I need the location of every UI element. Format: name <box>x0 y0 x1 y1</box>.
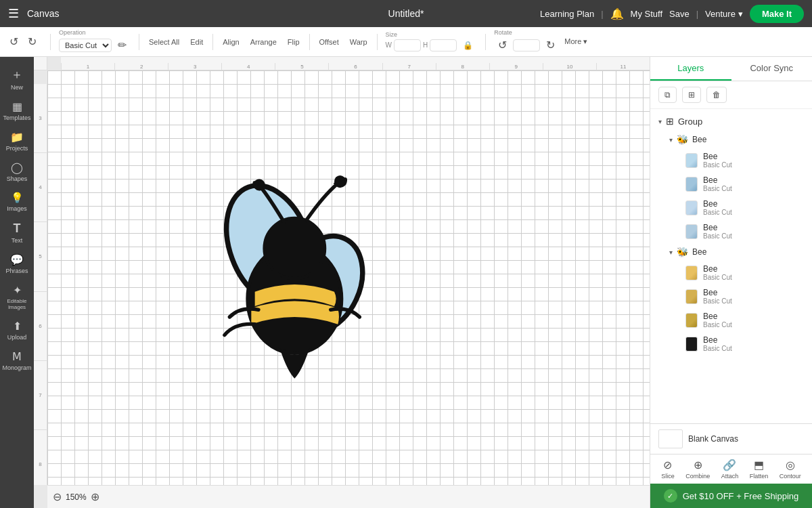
layers-tree: ▾ ⊞ Group ▾ 🐝 Bee Bee <box>650 109 812 423</box>
arrange-button[interactable]: Arrange <box>246 35 281 49</box>
lock-ratio-button[interactable]: 🔒 <box>459 38 477 53</box>
layer-item-7[interactable]: Bee Basic Cut <box>661 308 812 332</box>
rotate-input[interactable] <box>513 39 540 51</box>
redo-button[interactable]: ↻ <box>24 33 41 51</box>
tab-color-sync[interactable]: Color Sync <box>731 57 813 81</box>
offset-button[interactable]: Offset <box>315 35 343 49</box>
templates-icon: ▦ <box>12 100 22 113</box>
layer-type-7: Basic Cut <box>703 321 732 329</box>
combine-icon: ⊕ <box>694 459 702 471</box>
toolbar-divider-6 <box>485 34 486 50</box>
operation-select[interactable]: Basic Cut <box>59 39 112 52</box>
flip-button[interactable]: Flip <box>284 35 304 49</box>
layer-subgroup-1: ▾ 🐝 Bee Bee Basic Cut <box>650 131 812 243</box>
panel-actions: ⧉ ⊞ 🗑 <box>650 81 812 109</box>
images-icon: 💡 <box>11 192 24 204</box>
toolbar-divider-4 <box>309 34 310 50</box>
layer-color-thumb-3 <box>685 200 698 215</box>
align-button[interactable]: Align <box>219 35 243 49</box>
upload-icon: ⬆ <box>13 320 22 333</box>
contour-button[interactable]: ◎ Contour <box>780 459 801 480</box>
layer-group-header[interactable]: ▾ ⊞ Group <box>650 112 812 131</box>
layer-info-7: Bee Basic Cut <box>703 312 732 329</box>
text-icon: T <box>14 221 21 236</box>
layer-type-6: Basic Cut <box>703 297 732 305</box>
layer-name-4: Bee <box>703 223 732 232</box>
layer-name-8: Bee <box>703 335 732 345</box>
sidebar-item-images[interactable]: 💡 Images <box>0 188 34 216</box>
blank-canvas-row[interactable]: Blank Canvas <box>650 423 812 454</box>
sidebar-item-upload[interactable]: ⬆ Upload <box>0 316 34 345</box>
layer-item-2[interactable]: Bee Basic Cut <box>661 172 812 196</box>
editable-images-icon: ✦ <box>13 284 22 297</box>
promo-text: Get $10 OFF + Free Shipping <box>683 491 799 501</box>
combine-button[interactable]: ⊕ Combine <box>685 459 710 480</box>
grid-canvas[interactable] <box>47 70 650 485</box>
warp-button[interactable]: Warp <box>346 35 371 49</box>
ruler-tick-7: 7 <box>382 63 436 70</box>
width-input[interactable] <box>394 39 421 51</box>
more-button[interactable]: More ▾ <box>564 37 587 46</box>
tab-layers[interactable]: Layers <box>650 57 731 81</box>
rotate-ccw-button[interactable]: ↺ <box>494 36 511 54</box>
zoom-out-button[interactable]: ⊖ <box>53 490 62 503</box>
sidebar-item-shapes[interactable]: ◯ Shapes <box>0 157 34 186</box>
layer-item-5[interactable]: Bee Basic Cut <box>661 261 812 284</box>
sidebar-item-new-label: New <box>11 84 23 91</box>
sidebar-item-templates[interactable]: ▦ Templates <box>0 96 34 125</box>
sidebar-item-projects[interactable]: 📁 Projects <box>0 127 34 156</box>
promo-bar[interactable]: ✓ Get $10 OFF + Free Shipping <box>650 484 812 508</box>
projects-icon: 📁 <box>10 131 24 144</box>
sidebar-item-monogram[interactable]: Ⅿ Monogram <box>0 346 34 375</box>
layer-name-6: Bee <box>703 288 732 297</box>
venture-selector[interactable]: Venture ▾ <box>705 9 743 19</box>
menu-icon[interactable]: ☰ <box>8 6 19 21</box>
attach-button[interactable]: 🔗 Attach <box>721 459 739 480</box>
sidebar-item-new[interactable]: ＋ New <box>0 62 34 95</box>
rotate-cw-button[interactable]: ↻ <box>542 36 559 54</box>
panel-action-arrange[interactable]: ⊞ <box>682 87 701 103</box>
make-it-button[interactable]: Make It <box>750 5 804 23</box>
slice-button[interactable]: ⊘ Slice <box>661 459 675 480</box>
my-stuff-label[interactable]: My Stuff <box>631 9 662 19</box>
promo-badge-icon: ✓ <box>664 489 677 503</box>
shapes-icon: ◯ <box>11 161 23 174</box>
layer-subgroup-2-header[interactable]: ▾ 🐝 Bee <box>661 243 812 261</box>
zoom-in-button[interactable]: ⊕ <box>91 490 99 503</box>
select-all-button[interactable]: Select All <box>145 35 183 49</box>
rotate-group: Rotate ↺ ↻ <box>494 29 559 54</box>
blank-canvas-thumb <box>658 429 683 448</box>
main-layout: ＋ New ▦ Templates 📁 Projects ◯ Shapes 💡 … <box>0 57 812 508</box>
layer-type-3: Basic Cut <box>703 209 732 216</box>
layer-item-8[interactable]: Bee Basic Cut <box>661 332 812 356</box>
ruler-tick-11: 11 <box>596 63 650 70</box>
toolbar-divider-1 <box>50 34 51 50</box>
slice-icon: ⊘ <box>663 459 672 471</box>
layer-item-1[interactable]: Bee Basic Cut <box>661 148 812 172</box>
attach-icon: 🔗 <box>723 459 736 471</box>
sidebar-item-text[interactable]: T Text <box>0 217 34 248</box>
learning-plan-label: Learning Plan <box>540 9 594 19</box>
sidebar-item-projects-label: Projects <box>6 145 28 152</box>
height-input[interactable] <box>430 39 457 51</box>
bell-icon[interactable]: 🔔 <box>610 7 624 20</box>
group-label: Group <box>678 117 702 127</box>
layer-color-thumb-1 <box>685 153 698 168</box>
layer-type-8: Basic Cut <box>703 345 732 352</box>
sidebar-item-phrases[interactable]: 💬 Phrases <box>0 249 34 278</box>
panel-action-delete[interactable]: 🗑 <box>706 87 727 103</box>
pen-tool-button[interactable]: ✏ <box>114 36 131 54</box>
layer-type-1: Basic Cut <box>703 161 732 169</box>
layer-item-3[interactable]: Bee Basic Cut <box>661 196 812 219</box>
flatten-button[interactable]: ⬒ Flatten <box>750 459 769 480</box>
layer-item-6[interactable]: Bee Basic Cut <box>661 284 812 308</box>
panel-action-copy[interactable]: ⧉ <box>658 87 677 103</box>
undo-button[interactable]: ↺ <box>5 33 22 51</box>
save-label[interactable]: Save <box>669 9 690 19</box>
layer-item-4[interactable]: Bee Basic Cut <box>661 219 812 243</box>
edit-button[interactable]: Edit <box>186 35 207 49</box>
divider2: | <box>696 9 698 19</box>
layer-subgroup-1-header[interactable]: ▾ 🐝 Bee <box>661 131 812 148</box>
sidebar-item-editable-images[interactable]: ✦ Editable Images <box>0 280 34 314</box>
layer-type-4: Basic Cut <box>703 232 732 240</box>
